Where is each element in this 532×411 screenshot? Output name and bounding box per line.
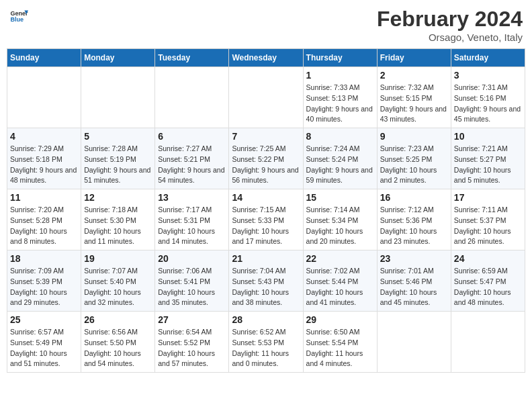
daylight-text: Daylight: 10 hours and 2 minutes. [380, 165, 448, 187]
day-cell: 26Sunrise: 6:56 AMSunset: 5:50 PMDayligh… [81, 312, 155, 373]
logo: General Blue [9, 7, 28, 26]
day-number: 11 [10, 192, 78, 203]
day-cell: 4Sunrise: 7:29 AMSunset: 5:18 PMDaylight… [7, 128, 81, 189]
sunset-text: Sunset: 5:15 PM [380, 93, 448, 104]
daylight-text: Daylight: 10 hours and 54 minutes. [84, 349, 152, 370]
sunrise-text: Sunrise: 7:18 AM [84, 205, 152, 216]
week-row-5: 25Sunrise: 6:57 AMSunset: 5:49 PMDayligh… [7, 312, 525, 373]
column-header-tuesday: Tuesday [155, 49, 229, 67]
day-info: Sunrise: 6:57 AMSunset: 5:49 PMDaylight:… [10, 327, 78, 369]
sunset-text: Sunset: 5:18 PM [10, 154, 78, 165]
logo-icon: General Blue [9, 7, 28, 26]
day-number: 3 [454, 70, 522, 81]
sunset-text: Sunset: 5:22 PM [232, 154, 300, 165]
sunrise-text: Sunrise: 7:20 AM [10, 205, 78, 216]
daylight-text: Daylight: 11 hours and 4 minutes. [306, 349, 374, 370]
day-cell [7, 67, 81, 128]
sunset-text: Sunset: 5:21 PM [158, 154, 226, 165]
column-header-sunday: Sunday [7, 49, 81, 67]
day-number: 24 [454, 253, 522, 264]
sunset-text: Sunset: 5:24 PM [306, 154, 374, 165]
day-number: 12 [84, 192, 152, 203]
day-cell: 27Sunrise: 6:54 AMSunset: 5:52 PMDayligh… [155, 312, 229, 373]
daylight-text: Daylight: 10 hours and 26 minutes. [454, 226, 522, 248]
day-cell [229, 67, 303, 128]
sunset-text: Sunset: 5:50 PM [84, 338, 152, 349]
day-cell: 25Sunrise: 6:57 AMSunset: 5:49 PMDayligh… [7, 312, 81, 373]
day-cell: 13Sunrise: 7:17 AMSunset: 5:31 PMDayligh… [155, 189, 229, 250]
week-row-4: 18Sunrise: 7:09 AMSunset: 5:39 PMDayligh… [7, 250, 525, 312]
daylight-text: Daylight: 9 hours and 51 minutes. [84, 165, 152, 187]
daylight-text: Daylight: 10 hours and 41 minutes. [306, 287, 374, 309]
day-info: Sunrise: 6:50 AMSunset: 5:54 PMDaylight:… [306, 327, 374, 369]
sunrise-text: Sunrise: 6:59 AM [454, 266, 522, 277]
day-number: 20 [158, 253, 226, 264]
day-number: 19 [84, 253, 152, 264]
page-header: General Blue February 2024 Orsago, Venet… [7, 7, 525, 43]
day-info: Sunrise: 6:52 AMSunset: 5:53 PMDaylight:… [232, 327, 300, 369]
daylight-text: Daylight: 10 hours and 14 minutes. [158, 226, 226, 248]
day-cell [451, 312, 525, 373]
day-cell: 19Sunrise: 7:07 AMSunset: 5:40 PMDayligh… [81, 250, 155, 312]
sunrise-text: Sunrise: 7:23 AM [380, 144, 448, 154]
day-number: 10 [454, 131, 522, 142]
day-cell: 29Sunrise: 6:50 AMSunset: 5:54 PMDayligh… [303, 312, 377, 373]
day-cell: 11Sunrise: 7:20 AMSunset: 5:28 PMDayligh… [7, 189, 81, 250]
sunset-text: Sunset: 5:37 PM [454, 216, 522, 226]
day-info: Sunrise: 6:56 AMSunset: 5:50 PMDaylight:… [84, 327, 152, 369]
sunrise-text: Sunrise: 7:09 AM [10, 266, 78, 277]
day-info: Sunrise: 6:59 AMSunset: 5:47 PMDaylight:… [454, 266, 522, 308]
main-title: February 2024 [377, 7, 523, 32]
daylight-text: Daylight: 9 hours and 48 minutes. [10, 165, 78, 187]
daylight-text: Daylight: 10 hours and 57 minutes. [158, 349, 226, 370]
day-cell: 15Sunrise: 7:14 AMSunset: 5:34 PMDayligh… [303, 189, 377, 250]
day-cell: 24Sunrise: 6:59 AMSunset: 5:47 PMDayligh… [451, 250, 525, 312]
day-number: 28 [232, 314, 300, 325]
sunset-text: Sunset: 5:44 PM [306, 277, 374, 287]
daylight-text: Daylight: 9 hours and 54 minutes. [158, 165, 226, 187]
sunset-text: Sunset: 5:46 PM [380, 277, 448, 287]
day-info: Sunrise: 7:33 AMSunset: 5:13 PMDaylight:… [306, 83, 374, 125]
sunset-text: Sunset: 5:40 PM [84, 277, 152, 287]
calendar-table: SundayMondayTuesdayWednesdayThursdayFrid… [7, 48, 525, 373]
sunset-text: Sunset: 5:36 PM [380, 216, 448, 226]
day-info: Sunrise: 7:25 AMSunset: 5:22 PMDaylight:… [232, 144, 300, 186]
day-number: 6 [158, 131, 226, 142]
sunrise-text: Sunrise: 7:12 AM [380, 205, 448, 216]
day-number: 17 [454, 192, 522, 203]
sunrise-text: Sunrise: 7:27 AM [158, 144, 226, 154]
day-cell: 7Sunrise: 7:25 AMSunset: 5:22 PMDaylight… [229, 128, 303, 189]
day-info: Sunrise: 7:12 AMSunset: 5:36 PMDaylight:… [380, 205, 448, 247]
sunrise-text: Sunrise: 7:25 AM [232, 144, 300, 154]
day-info: Sunrise: 7:32 AMSunset: 5:15 PMDaylight:… [380, 83, 448, 125]
sunset-text: Sunset: 5:54 PM [306, 338, 374, 349]
sunset-text: Sunset: 5:33 PM [232, 216, 300, 226]
sunset-text: Sunset: 5:34 PM [306, 216, 374, 226]
daylight-text: Daylight: 10 hours and 8 minutes. [10, 226, 78, 248]
day-number: 22 [306, 253, 374, 264]
day-cell: 12Sunrise: 7:18 AMSunset: 5:30 PMDayligh… [81, 189, 155, 250]
day-cell: 3Sunrise: 7:31 AMSunset: 5:16 PMDaylight… [451, 67, 525, 128]
daylight-text: Daylight: 10 hours and 38 minutes. [232, 287, 300, 309]
daylight-text: Daylight: 10 hours and 11 minutes. [84, 226, 152, 248]
sunrise-text: Sunrise: 6:52 AM [232, 327, 300, 338]
column-header-thursday: Thursday [303, 49, 377, 67]
daylight-text: Daylight: 9 hours and 56 minutes. [232, 165, 300, 187]
sunrise-text: Sunrise: 7:21 AM [454, 144, 522, 154]
day-info: Sunrise: 7:29 AMSunset: 5:18 PMDaylight:… [10, 144, 78, 186]
day-info: Sunrise: 7:15 AMSunset: 5:33 PMDaylight:… [232, 205, 300, 247]
day-info: Sunrise: 7:23 AMSunset: 5:25 PMDaylight:… [380, 144, 448, 186]
sunset-text: Sunset: 5:25 PM [380, 154, 448, 165]
day-info: Sunrise: 7:24 AMSunset: 5:24 PMDaylight:… [306, 144, 374, 186]
day-number: 13 [158, 192, 226, 203]
title-block: February 2024 Orsago, Veneto, Italy [377, 7, 523, 43]
day-cell: 14Sunrise: 7:15 AMSunset: 5:33 PMDayligh… [229, 189, 303, 250]
sunset-text: Sunset: 5:41 PM [158, 277, 226, 287]
sunset-text: Sunset: 5:52 PM [158, 338, 226, 349]
day-info: Sunrise: 7:07 AMSunset: 5:40 PMDaylight:… [84, 266, 152, 308]
daylight-text: Daylight: 10 hours and 29 minutes. [10, 287, 78, 309]
sunrise-text: Sunrise: 7:04 AM [232, 266, 300, 277]
day-number: 5 [84, 131, 152, 142]
day-cell [81, 67, 155, 128]
day-cell: 8Sunrise: 7:24 AMSunset: 5:24 PMDaylight… [303, 128, 377, 189]
